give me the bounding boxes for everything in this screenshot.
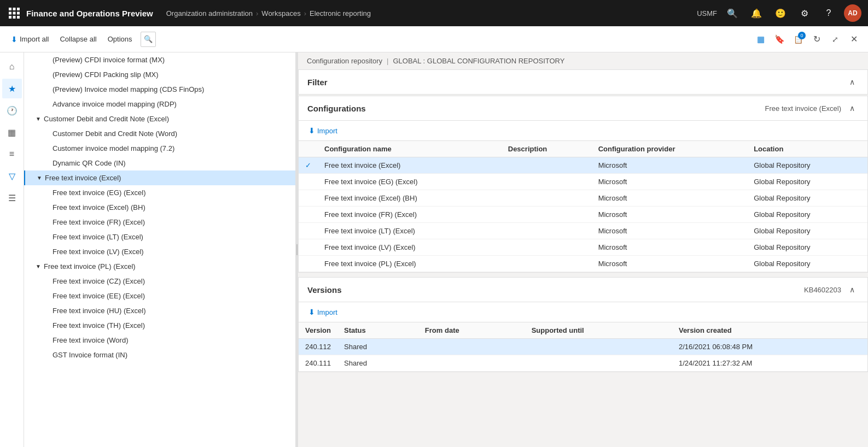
favorites-icon[interactable]: ★ xyxy=(2,79,22,98)
breadcrumb-item-3[interactable]: Electronic reporting xyxy=(310,9,371,17)
config-row-provider: Microsoft xyxy=(592,157,748,174)
tree-item[interactable]: Free text invoice (EE) (Excel) xyxy=(24,289,295,303)
grid-menu-icon[interactable] xyxy=(7,5,22,21)
toolbar-search-input[interactable]: 🔍 xyxy=(141,32,156,47)
tree-item[interactable]: Free text invoice (LT) (Excel) xyxy=(24,230,295,244)
menu-lines-icon[interactable]: ☰ xyxy=(2,188,22,208)
import-all-icon: ⬇ xyxy=(11,35,18,44)
svg-rect-0 xyxy=(9,8,11,10)
tree-item-label: (Preview) CFDI invoice format (MX) xyxy=(53,56,165,64)
tree-item[interactable]: (Preview) CFDI Packing slip (MX) xyxy=(24,67,295,82)
tree-item-label: Free text invoice (HU) (Excel) xyxy=(53,307,145,315)
tree-item[interactable]: Free text invoice (TH) (Excel) xyxy=(24,318,295,333)
config-table-row[interactable]: Free text invoice (LT) (Excel) Microsoft… xyxy=(299,223,867,239)
versions-import-button[interactable]: ⬇ Import xyxy=(303,304,343,320)
versions-card: Versions KB4602203 ∧ ⬇ Import Version xyxy=(298,277,868,372)
vcol-version-created[interactable]: Version created xyxy=(672,322,867,339)
configurations-import-button[interactable]: ⬇ Import xyxy=(303,123,343,138)
version-table-row[interactable]: 240.111 Shared 1/24/2021 11:27:32 AM xyxy=(299,355,867,372)
panel-divider[interactable] xyxy=(296,52,298,447)
tree-item[interactable]: Free text invoice (LV) (Excel) xyxy=(24,244,295,259)
home-icon[interactable]: ⌂ xyxy=(2,57,22,77)
config-row-location: Global Repository xyxy=(747,256,867,272)
config-table-row[interactable]: Free text invoice (Excel) (BH) Microsoft… xyxy=(299,190,867,207)
tree-item[interactable]: ▼Customer Debit and Credit Note (Excel) xyxy=(24,111,295,126)
tree-item[interactable]: Free text invoice (Excel) (BH) xyxy=(24,200,295,215)
config-row-name: Free text invoice (LT) (Excel) xyxy=(318,223,502,239)
config-row-location: Global Repository xyxy=(747,190,867,207)
config-table-row[interactable]: Free text invoice (LV) (Excel) Microsoft… xyxy=(299,239,867,256)
filter-side-icon[interactable]: ▽ xyxy=(2,166,22,186)
tree-item[interactable]: Customer Debit and Credit Note (Word) xyxy=(24,126,295,141)
svg-rect-8 xyxy=(17,16,20,19)
config-table-row[interactable]: Free text invoice (PL) (Excel) Microsoft… xyxy=(299,256,867,272)
config-row-description xyxy=(502,223,592,239)
tree-item[interactable]: ▼Free text invoice (Excel) xyxy=(24,170,295,185)
tree-item[interactable]: Free text invoice (Word) xyxy=(24,333,295,348)
recent-icon[interactable]: 🕐 xyxy=(2,101,22,120)
filter-card: Filter ∧ xyxy=(298,69,868,95)
avatar[interactable]: AD xyxy=(844,4,861,22)
version-table-row[interactable]: 240.112 Shared 2/16/2021 06:08:48 PM xyxy=(299,339,867,355)
smiley-icon[interactable]: 🙂 xyxy=(772,4,789,22)
configurations-collapse-button[interactable]: ∧ xyxy=(846,102,859,115)
breadcrumb-item-2[interactable]: Workspaces xyxy=(261,9,300,17)
tree-item-label: Free text invoice (Word) xyxy=(53,336,128,344)
tree-item-label: Free text invoice (LT) (Excel) xyxy=(53,233,143,241)
config-table-row[interactable]: Free text invoice (EG) (Excel) Microsoft… xyxy=(299,174,867,190)
config-table-row[interactable]: ✓ Free text invoice (Excel) Microsoft Gl… xyxy=(299,157,867,174)
tree-item[interactable]: (Preview) Invoice model mapping (CDS Fin… xyxy=(24,82,295,97)
versions-collapse-button[interactable]: ∧ xyxy=(846,283,859,296)
tree-item[interactable]: ▼Free text invoice (PL) (Excel) xyxy=(24,259,295,274)
svg-rect-1 xyxy=(13,8,16,10)
search-nav-icon[interactable]: 🔍 xyxy=(724,4,741,22)
toolbar-right-actions: ▦ 🔖 📋 0 ↻ ⤢ ✕ xyxy=(753,32,861,47)
config-row-description xyxy=(502,239,592,256)
vcol-status[interactable]: Status xyxy=(337,322,418,339)
col-provider[interactable]: Configuration provider xyxy=(592,141,748,157)
col-config-name[interactable]: Configuration name xyxy=(318,141,502,157)
vcol-version[interactable]: Version xyxy=(299,322,337,339)
workspace-icon[interactable]: ▦ xyxy=(2,122,22,142)
col-description[interactable]: Description xyxy=(502,141,592,157)
expand-icon[interactable]: ⤢ xyxy=(828,32,843,47)
import-all-button[interactable]: ⬇ Import all xyxy=(7,33,53,46)
tree-item-label: Free text invoice (EE) (Excel) xyxy=(53,292,145,300)
tree-item-label: Free text invoice (FR) (Excel) xyxy=(53,218,145,226)
close-icon[interactable]: ✕ xyxy=(846,32,861,47)
tree-item[interactable]: Customer invoice model mapping (7.2) xyxy=(24,141,295,156)
tree-item-label: Customer Debit and Credit Note (Word) xyxy=(53,130,177,138)
tree-item[interactable]: GST Invoice format (IN) xyxy=(24,348,295,362)
config-table-row[interactable]: Free text invoice (FR) (Excel) Microsoft… xyxy=(299,207,867,223)
tree-item[interactable]: Free text invoice (HU) (Excel) xyxy=(24,303,295,318)
tree-item[interactable]: (Preview) CFDI invoice format (MX) xyxy=(24,52,295,67)
refresh-icon[interactable]: ↻ xyxy=(809,32,824,47)
col-location[interactable]: Location xyxy=(747,141,867,157)
top-nav-bar: Finance and Operations Preview Organizat… xyxy=(0,0,868,26)
tree-item[interactable]: Free text invoice (FR) (Excel) xyxy=(24,215,295,230)
tree-item[interactable]: Advance invoice model mapping (RDP) xyxy=(24,97,295,111)
right-breadcrumb-1: Configuration repository xyxy=(307,57,382,65)
list-icon[interactable]: ≡ xyxy=(2,144,22,164)
filter-icon[interactable]: ▦ xyxy=(753,32,768,47)
config-row-name: Free text invoice (LV) (Excel) xyxy=(318,239,502,256)
settings-icon[interactable]: ⚙ xyxy=(796,4,813,22)
vcol-from-date[interactable]: From date xyxy=(418,322,525,339)
badge-button[interactable]: 📋 0 xyxy=(790,32,806,47)
bookmark-icon[interactable]: 🔖 xyxy=(772,32,787,47)
notification-icon[interactable]: 🔔 xyxy=(748,4,765,22)
help-icon[interactable]: ? xyxy=(820,4,837,22)
tree-item[interactable]: Dynamic QR Code (IN) xyxy=(24,156,295,170)
vcol-supported-until[interactable]: Supported until xyxy=(525,322,672,339)
config-row-location: Global Repository xyxy=(747,174,867,190)
tree-item[interactable]: Free text invoice (CZ) (Excel) xyxy=(24,274,295,289)
tree-item-label: Customer invoice model mapping (7.2) xyxy=(53,144,174,152)
config-row-check: ✓ xyxy=(299,157,318,174)
options-button[interactable]: Options xyxy=(103,33,137,45)
tree-item[interactable]: Free text invoice (EG) (Excel) xyxy=(24,185,295,200)
svg-rect-4 xyxy=(13,12,16,15)
collapse-all-button[interactable]: Collapse all xyxy=(55,33,101,45)
versions-import-label: Import xyxy=(317,308,337,316)
filter-collapse-button[interactable]: ∧ xyxy=(846,75,859,89)
breadcrumb-item-1[interactable]: Organization administration xyxy=(166,9,253,17)
